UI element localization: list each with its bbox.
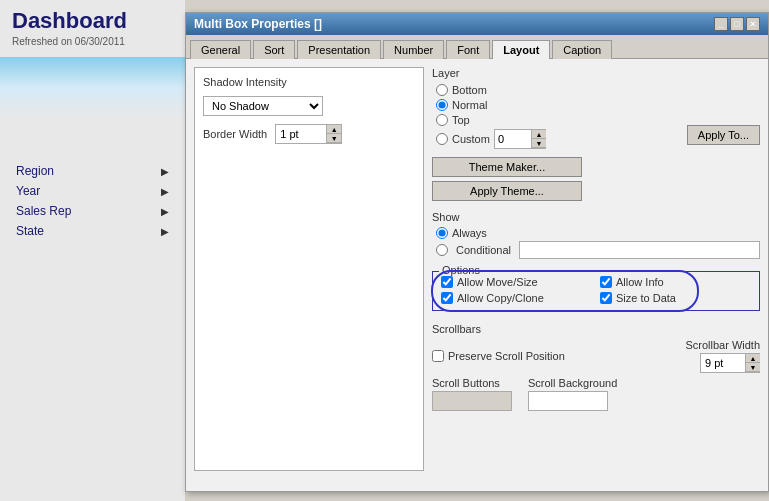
scrollbars-label: Scrollbars — [432, 323, 760, 335]
layer-section: Layer Bottom Normal Top — [432, 67, 546, 149]
scroll-buttons-color[interactable] — [432, 391, 512, 411]
show-section: Show Always Conditional — [432, 211, 760, 259]
apply-theme-button[interactable]: Apply Theme... — [432, 181, 582, 201]
sidebar-item-label: Sales Rep — [16, 204, 71, 218]
scroll-background-label: Scroll Background — [528, 377, 617, 389]
custom-up[interactable]: ▲ — [532, 130, 546, 139]
layer-custom-radio[interactable] — [436, 133, 448, 145]
sidebar-arrow-icon: ▶ — [161, 166, 169, 177]
options-section: Options Allow Move/Size Allow Info Allow… — [432, 271, 760, 311]
border-width-input[interactable] — [276, 125, 326, 143]
tab-sort[interactable]: Sort — [253, 40, 295, 59]
apply-to-button[interactable]: Apply To... — [687, 125, 760, 145]
shadow-select-row: No Shadow — [203, 96, 415, 116]
scrollbar-width-value-group: ▲ ▼ — [700, 353, 760, 373]
sidebar-gradient — [0, 57, 185, 117]
layer-bottom-row: Bottom — [432, 84, 546, 96]
scrollbars-section: Scrollbars Preserve Scroll Position Scro… — [432, 323, 760, 411]
scrollbar-width-up[interactable]: ▲ — [746, 354, 760, 363]
sidebar-item-sales-rep[interactable]: Sales Rep▶ — [8, 201, 177, 221]
tabs-bar: General Sort Presentation Number Font La… — [186, 35, 768, 59]
maximize-button[interactable]: □ — [730, 17, 744, 31]
theme-maker-button[interactable]: Theme Maker... — [432, 157, 582, 177]
tab-font[interactable]: Font — [446, 40, 490, 59]
layer-bottom-label: Bottom — [452, 84, 487, 96]
allow-move-size-checkbox[interactable] — [441, 276, 453, 288]
show-conditional-row: Conditional — [432, 241, 760, 259]
allow-copy-clone-checkbox[interactable] — [441, 292, 453, 304]
dialog-title: Multi Box Properties [] — [194, 17, 322, 31]
close-button[interactable]: × — [746, 17, 760, 31]
preserve-scroll-checkbox[interactable] — [432, 350, 444, 362]
sidebar: Dashboard Refreshed on 06/30/2011 Region… — [0, 0, 185, 501]
allow-move-size-row: Allow Move/Size — [441, 276, 592, 288]
scrollbar-width-down[interactable]: ▼ — [746, 363, 760, 372]
custom-spinners: ▲ ▼ — [531, 130, 546, 148]
layer-normal-radio[interactable] — [436, 99, 448, 111]
dashboard-title: Dashboard — [0, 0, 185, 36]
shadow-intensity-label: Shadow Intensity — [203, 76, 287, 88]
scroll-background-color[interactable] — [528, 391, 608, 411]
sidebar-item-label: Year — [16, 184, 40, 198]
sidebar-arrow-icon: ▶ — [161, 206, 169, 217]
shadow-select[interactable]: No Shadow — [203, 96, 323, 116]
scrollbar-width-input-row: ▲ ▼ — [700, 353, 760, 373]
size-to-data-checkbox[interactable] — [600, 292, 612, 304]
sidebar-item-region[interactable]: Region▶ — [8, 161, 177, 181]
layer-label: Layer — [432, 67, 546, 79]
allow-info-label: Allow Info — [616, 276, 664, 288]
tab-presentation[interactable]: Presentation — [297, 40, 381, 59]
allow-info-checkbox[interactable] — [600, 276, 612, 288]
custom-down[interactable]: ▼ — [532, 139, 546, 148]
layer-custom-label: Custom — [452, 133, 490, 145]
scroll-background-col: Scroll Background — [528, 377, 617, 411]
layer-top-row: Top — [432, 114, 546, 126]
dialog-titlebar: Multi Box Properties [] _ □ × — [186, 13, 768, 35]
layer-normal-label: Normal — [452, 99, 487, 111]
border-width-up[interactable]: ▲ — [327, 125, 341, 134]
border-width-label: Border Width — [203, 128, 267, 140]
dashboard-subtitle: Refreshed on 06/30/2011 — [0, 36, 185, 57]
show-always-row: Always — [432, 227, 760, 239]
show-conditional-radio[interactable] — [436, 244, 448, 256]
allow-copy-clone-row: Allow Copy/Clone — [441, 292, 592, 304]
scrollbar-width-input[interactable] — [701, 354, 745, 372]
scrollbar-width-label: Scrollbar Width — [685, 339, 760, 351]
tab-general[interactable]: General — [190, 40, 251, 59]
allow-info-row: Allow Info — [600, 276, 751, 288]
size-to-data-label: Size to Data — [616, 292, 676, 304]
conditional-input[interactable] — [519, 241, 760, 259]
options-label: Options — [439, 264, 483, 276]
minimize-button[interactable]: _ — [714, 17, 728, 31]
preserve-scroll-row: Preserve Scroll Position — [432, 350, 565, 362]
layer-bottom-radio[interactable] — [436, 84, 448, 96]
size-to-data-row: Size to Data — [600, 292, 751, 304]
scroll-buttons-section: Scroll Buttons Scroll Background — [432, 377, 760, 411]
border-width-input-group: ▲ ▼ — [275, 124, 342, 144]
scroll-buttons-label: Scroll Buttons — [432, 377, 512, 389]
sidebar-item-label: State — [16, 224, 44, 238]
sidebar-arrow-icon: ▶ — [161, 226, 169, 237]
sidebar-arrow-icon: ▶ — [161, 186, 169, 197]
show-always-label: Always — [452, 227, 487, 239]
tab-caption[interactable]: Caption — [552, 40, 612, 59]
border-width-spinners: ▲ ▼ — [326, 125, 341, 143]
sidebar-list: Region▶Year▶Sales Rep▶State▶ — [0, 157, 185, 245]
border-width-down[interactable]: ▼ — [327, 134, 341, 143]
tab-number[interactable]: Number — [383, 40, 444, 59]
show-always-radio[interactable] — [436, 227, 448, 239]
layer-custom-row: Custom ▲ ▼ — [432, 129, 546, 149]
layer-top-radio[interactable] — [436, 114, 448, 126]
layer-normal-row: Normal — [432, 99, 546, 111]
sidebar-item-label: Region — [16, 164, 54, 178]
custom-value-input[interactable] — [495, 130, 531, 148]
show-conditional-label: Conditional — [456, 244, 511, 256]
scrollbar-width-spinners: ▲ ▼ — [745, 354, 760, 372]
shadow-intensity-row: Shadow Intensity — [203, 76, 415, 88]
scrollbar-width-group: Scrollbar Width ▲ ▼ — [685, 339, 760, 373]
border-width-row: Border Width ▲ ▼ — [203, 124, 415, 144]
dialog-content: Shadow Intensity No Shadow Border Width … — [186, 59, 768, 479]
tab-layout[interactable]: Layout — [492, 40, 550, 59]
sidebar-item-year[interactable]: Year▶ — [8, 181, 177, 201]
sidebar-item-state[interactable]: State▶ — [8, 221, 177, 241]
